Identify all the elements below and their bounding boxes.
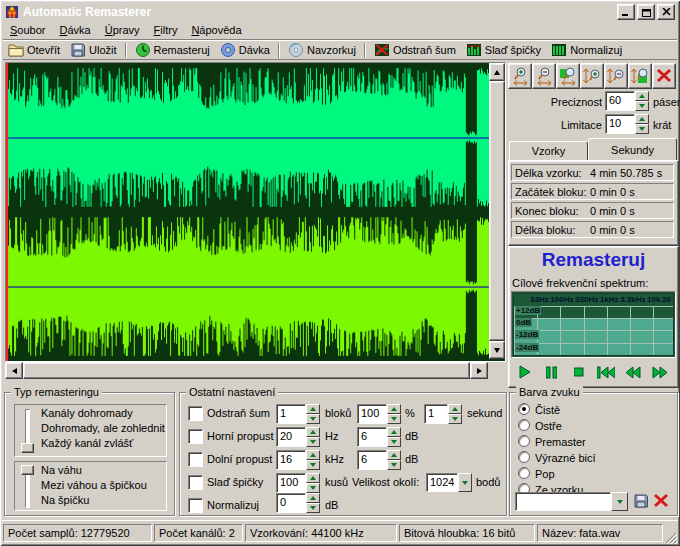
zoom-in-vertical-button[interactable] [580, 63, 604, 89]
delete-sample-button[interactable] [652, 493, 670, 511]
spinner-input[interactable]: 1 [276, 404, 306, 424]
spin-down-button[interactable] [387, 460, 401, 470]
preciznost-input[interactable]: 60 [605, 91, 635, 111]
combo-dropdown-button[interactable] [611, 492, 628, 511]
tab-vzorky[interactable]: Vzorky [509, 141, 588, 161]
vertical-scroll-thumb[interactable] [489, 81, 505, 341]
stop-button[interactable] [568, 362, 590, 382]
preciznost-up-button[interactable] [635, 91, 649, 101]
checkbox-normalizuj[interactable] [188, 498, 203, 513]
batch-icon [220, 42, 236, 58]
spinner-input[interactable]: 100 [276, 473, 306, 493]
spin-down-button[interactable] [306, 437, 320, 447]
slider-option-label: Na váhu [41, 464, 82, 476]
remaster-button[interactable]: Remasteruj [130, 41, 215, 59]
minimize-button[interactable] [617, 4, 635, 20]
checkbox-slad-spicky[interactable] [188, 475, 203, 490]
resample-button[interactable]: Navzorkuj [283, 41, 361, 59]
combo-dropdown-button[interactable] [458, 473, 472, 492]
zoom-fit-vertical-button[interactable] [628, 63, 652, 89]
forward-button[interactable] [649, 362, 671, 382]
target-spectrum-display[interactable]: 33Hz 100Hz 330Hz 1kHz 3.3kHz 10k 20 +12d… [511, 291, 676, 358]
denoise-button[interactable]: Odstraň šum [369, 41, 461, 59]
save-button[interactable]: Uložit [65, 41, 122, 59]
batch-button[interactable]: Dávka [215, 41, 275, 59]
spectrum-grid[interactable]: +12dB 0dB -12dB -24dB [514, 306, 673, 355]
maximize-button[interactable] [637, 4, 655, 20]
radio-ciste[interactable] [518, 403, 530, 415]
limitace-down-button[interactable] [635, 124, 649, 134]
spin-up-button[interactable] [306, 450, 320, 460]
tab-sekundy[interactable]: Sekundy [588, 138, 677, 161]
rewind-button[interactable] [622, 362, 644, 382]
spin-up-button[interactable] [306, 473, 320, 483]
spinner-input[interactable]: 20 [276, 427, 306, 447]
spin-down-button[interactable] [387, 437, 401, 447]
zoom-out-vertical-button[interactable] [604, 63, 628, 89]
checkbox-dolni-propust[interactable] [188, 452, 203, 467]
spin-up-button[interactable] [387, 427, 401, 437]
limitace-up-button[interactable] [635, 114, 649, 124]
menu-filtry[interactable]: Filtry [147, 22, 185, 38]
menu-davka[interactable]: Dávka [52, 22, 97, 38]
open-button[interactable]: Otevřít [3, 41, 65, 59]
spin-down-button[interactable] [306, 503, 320, 513]
spin-up-button[interactable] [306, 404, 320, 414]
checkbox-odstran-sum[interactable] [188, 406, 203, 421]
radio-pop[interactable] [518, 467, 530, 479]
zoom-fit-horizontal-button[interactable] [556, 63, 580, 89]
resize-grip[interactable] [665, 532, 677, 544]
remaster-action-button[interactable]: Remasteruj [509, 249, 678, 271]
scroll-up-button[interactable] [489, 63, 505, 81]
spin-up-button[interactable] [387, 450, 401, 460]
menu-soubor[interactable]: Soubor [3, 22, 52, 38]
spin-up-button[interactable] [306, 493, 320, 503]
scroll-left-button[interactable] [5, 362, 23, 379]
spinner-input[interactable]: 100 [357, 404, 387, 424]
spin-up-button[interactable] [306, 427, 320, 437]
normalize-button[interactable]: Normalizuj [546, 41, 627, 59]
scroll-right-button[interactable] [470, 362, 488, 379]
waveform-vertical-scrollbar[interactable] [489, 63, 505, 359]
spin-down-button[interactable] [306, 460, 320, 470]
combo-value[interactable]: 1024 [426, 473, 458, 492]
spin-up-button[interactable] [387, 404, 401, 414]
checkbox-horni-propust[interactable] [188, 429, 203, 444]
waveform-display[interactable] [6, 63, 489, 361]
spinner-input[interactable]: 6 [357, 427, 387, 447]
zoom-in-horizontal-button[interactable] [508, 63, 532, 89]
spin-down-button[interactable] [306, 483, 320, 493]
skip-start-button[interactable] [595, 362, 617, 382]
play-button[interactable] [514, 362, 536, 382]
spin-up-button[interactable] [448, 404, 462, 414]
horizontal-scroll-thumb[interactable] [23, 362, 470, 379]
spinner-input[interactable]: 16 [276, 450, 306, 470]
spin-down-button[interactable] [387, 414, 401, 424]
spinner-input[interactable]: 0 [276, 493, 306, 513]
spinner-input[interactable]: 6 [357, 450, 387, 470]
spinner-input[interactable]: 1 [424, 404, 448, 424]
title-bar[interactable]: Automatic Remasterer [3, 3, 677, 21]
match-peaks-button[interactable]: Slaď špičky [461, 41, 546, 59]
close-button[interactable] [657, 4, 675, 20]
preciznost-down-button[interactable] [635, 101, 649, 111]
channel-mode-slider-thumb[interactable] [21, 443, 34, 453]
waveform-horizontal-scrollbar[interactable] [5, 362, 488, 379]
limitace-input[interactable]: 10 [605, 114, 635, 134]
scroll-down-button[interactable] [489, 341, 505, 359]
spin-down-button[interactable] [448, 414, 462, 424]
radio-vyrazne-bici[interactable] [518, 451, 530, 463]
spin-down-button[interactable] [306, 414, 320, 424]
menu-napoveda[interactable]: Nápověda [184, 22, 248, 38]
zoom-out-horizontal-button[interactable] [532, 63, 556, 89]
velikost-okoli-combo[interactable]: 1024 [426, 473, 472, 492]
radio-premaster[interactable] [518, 435, 530, 447]
radio-ostre[interactable] [518, 419, 530, 431]
pause-button[interactable] [541, 362, 563, 382]
save-sample-button[interactable] [633, 493, 649, 511]
menu-upravy[interactable]: Úpravy [98, 22, 147, 38]
sample-combo[interactable] [515, 492, 628, 511]
close-view-button[interactable] [652, 63, 676, 89]
combo-value[interactable] [515, 492, 611, 511]
weight-mode-slider-thumb[interactable] [21, 465, 34, 475]
